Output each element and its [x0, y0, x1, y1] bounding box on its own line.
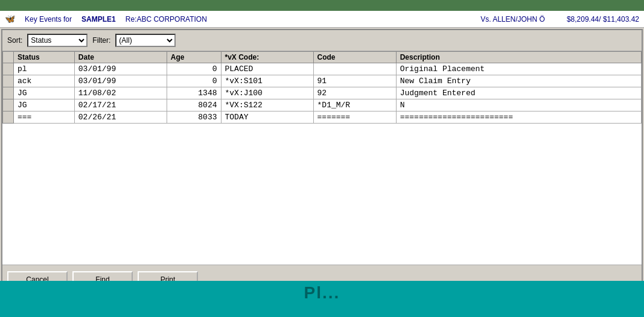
cell-description: New Claim Entry	[396, 75, 641, 87]
table-row[interactable]: ===02/26/218033TODAY====================…	[3, 111, 642, 124]
header-re: Re:ABC CORPORATION	[126, 15, 207, 24]
col-indicator	[3, 52, 14, 63]
table-header-row: Status Date Age *vX Code: Code Descripti…	[3, 52, 642, 63]
events-table: Status Date Age *vX Code: Code Descripti…	[2, 51, 642, 124]
cell-code: *D1_M/R	[313, 99, 396, 111]
cell-code: 92	[313, 87, 396, 99]
cell-vxcode: TODAY	[221, 111, 313, 124]
header-prefix: Key Events for	[25, 15, 72, 24]
table-row[interactable]: JG11/08/021348*vX:J10092Judgment Entered	[3, 87, 642, 99]
sort-label: Sort:	[7, 36, 22, 45]
header-vs: Vs. ALLEN/JOHN Ö	[480, 15, 545, 24]
col-vxcode: *vX Code:	[221, 52, 313, 63]
cell-description: Original Placement	[396, 63, 641, 75]
cell-code	[313, 63, 396, 75]
row-indicator	[3, 99, 14, 111]
cell-age: 8033	[167, 111, 221, 124]
cell-age: 0	[167, 63, 221, 75]
cell-vxcode: *vX:S101	[221, 75, 313, 87]
table-row[interactable]: ack03/01/990*vX:S10191New Claim Entry	[3, 75, 642, 87]
butterfly-icon: 🦋	[5, 14, 15, 24]
cell-date: 03/01/99	[74, 75, 167, 87]
cell-age: 0	[167, 75, 221, 87]
cell-description: Judgment Entered	[396, 87, 641, 99]
table-row[interactable]: pl03/01/990PLACEDOriginal Placement	[3, 63, 642, 75]
cell-date: 02/17/21	[74, 99, 167, 111]
filter-label: Filter:	[92, 36, 110, 45]
table-container: Status Date Age *vX Code: Code Descripti…	[2, 51, 642, 265]
row-indicator	[3, 75, 14, 87]
cell-vxcode: PLACED	[221, 63, 313, 75]
header-sample: SAMPLE1	[81, 15, 116, 24]
cell-vxcode: *vX:J100	[221, 87, 313, 99]
cell-date: 02/26/21	[74, 111, 167, 124]
app-header: 🦋 Key Events for SAMPLE1 Re:ABC CORPORAT…	[0, 11, 644, 28]
cell-description: N	[396, 99, 641, 111]
cell-status: ack	[14, 75, 75, 87]
sort-select[interactable]: Status Date Code	[27, 34, 88, 47]
main-window: Sort: Status Date Code Filter: (All) Sta…	[1, 29, 643, 316]
cell-date: 03/01/99	[74, 63, 167, 75]
col-date: Date	[74, 52, 167, 63]
cell-age: 1348	[167, 87, 221, 99]
row-indicator	[3, 87, 14, 99]
filter-select[interactable]: (All) Status Date	[115, 34, 176, 47]
header-amount: $8,209.44/ $11,403.42	[567, 15, 639, 24]
col-code: Code	[313, 52, 396, 63]
cell-status: JG	[14, 99, 75, 111]
col-description: Description	[396, 52, 641, 63]
cell-age: 8024	[167, 99, 221, 111]
col-age: Age	[167, 52, 221, 63]
cell-code: =======	[313, 111, 396, 124]
bottom-bar: Pl...	[0, 281, 644, 317]
bottom-bar-text: Pl...	[304, 283, 340, 303]
cell-date: 11/08/02	[74, 87, 167, 99]
cell-code: 91	[313, 75, 396, 87]
cell-description: ========================	[396, 111, 641, 124]
cell-vxcode: *VX:S122	[221, 99, 313, 111]
row-indicator	[3, 63, 14, 75]
cell-status: ===	[14, 111, 75, 124]
col-status: Status	[14, 52, 75, 63]
sort-filter-bar: Sort: Status Date Code Filter: (All) Sta…	[2, 30, 642, 51]
top-banner	[0, 0, 644, 11]
cell-status: JG	[14, 87, 75, 99]
row-indicator	[3, 111, 14, 124]
cell-status: pl	[14, 63, 75, 75]
table-row[interactable]: JG02/17/218024*VX:S122*D1_M/RN	[3, 99, 642, 111]
